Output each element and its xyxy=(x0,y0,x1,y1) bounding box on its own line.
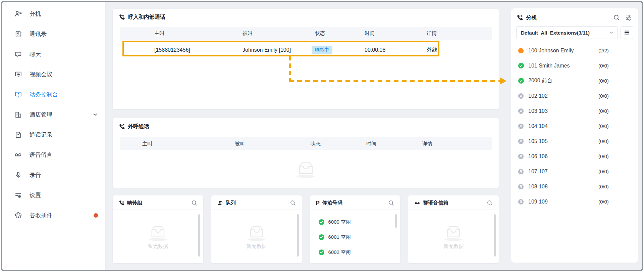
card-title: 外呼通话 xyxy=(128,123,149,130)
scrollbar-thumb[interactable] xyxy=(297,214,299,257)
group-voicemail-card: 群语音信箱 暂无数据 xyxy=(408,195,499,263)
parked-number-label: 6000 空闲 xyxy=(328,219,351,225)
sidebar-item-google-plugin[interactable]: 谷歌插件 xyxy=(2,205,105,225)
extension-row[interactable]: 105 105 (0/0) xyxy=(518,134,638,149)
extension-row[interactable]: 109 109 (0/0) xyxy=(518,194,638,209)
google-plugin-icon xyxy=(14,211,22,219)
col-detail: 详情 xyxy=(427,30,492,37)
extension-label: 102 102 xyxy=(528,93,548,99)
sidebar-item-label: 聊天 xyxy=(30,50,41,58)
empty-state xyxy=(113,161,499,178)
call-log-icon xyxy=(14,131,22,139)
ring-group-card: 响铃组 暂无数据 xyxy=(113,195,203,263)
parked-number-row[interactable]: 6002 空闲 xyxy=(319,245,400,260)
extension-row[interactable]: 101 Smith James (0/0) xyxy=(518,58,638,73)
sidebar-item-video-conference[interactable]: 视频会议 xyxy=(2,64,105,84)
scrollbar-thumb[interactable] xyxy=(198,214,200,257)
extension-label: 100 Johnson Emily xyxy=(528,48,574,54)
card-header: 呼入和内部通话 xyxy=(113,9,499,24)
ringing-status-badge: 响铃中 xyxy=(312,46,332,54)
extension-row[interactable]: 100 Johnson Emily (2/2) xyxy=(518,43,638,58)
sidebar-item-settings[interactable]: 设置 xyxy=(2,185,105,205)
sidebar-item-contacts[interactable]: 通讯录 xyxy=(2,24,105,44)
table-header-row: 主叫 被叫 状态 时间 详情 xyxy=(120,137,492,150)
sidebar-item-chat[interactable]: 聊天 xyxy=(2,44,105,64)
parking-icon: P xyxy=(316,200,320,206)
empty-inbox-icon xyxy=(246,225,267,241)
search-icon[interactable] xyxy=(487,200,493,206)
chevron-down-icon[interactable] xyxy=(93,112,97,117)
search-icon[interactable] xyxy=(388,200,394,206)
hotel-icon xyxy=(14,110,22,119)
routing-arrow-vertical xyxy=(289,56,291,81)
filter-sliders-icon[interactable] xyxy=(625,14,632,21)
col-time: 时间 xyxy=(365,30,427,37)
queue-icon xyxy=(217,200,223,206)
chevron-down-icon xyxy=(609,31,613,35)
search-icon[interactable] xyxy=(290,200,296,206)
extension-row[interactable]: 2000 前台 (0/0) xyxy=(518,73,638,88)
empty-inbox-icon xyxy=(148,225,168,241)
extension-label: 108 108 xyxy=(528,184,548,190)
extension-row[interactable]: 103 103 (0/0) xyxy=(518,103,638,119)
extension-row[interactable]: 106 106 (0/0) xyxy=(518,149,638,164)
sidebar-item-label: 视频会议 xyxy=(30,71,52,78)
status-idle-icon xyxy=(319,250,324,255)
sidebar-item-label: 酒店管理 xyxy=(30,111,52,119)
parked-number-row[interactable]: 6000 空闲 xyxy=(319,215,400,230)
call-detail: 外线 xyxy=(427,47,492,54)
extension-call-count: (0/0) xyxy=(598,153,609,159)
extension-label: 109 109 xyxy=(528,199,548,205)
status-idle-icon xyxy=(319,219,324,225)
extension-row[interactable]: 104 104 (0/0) xyxy=(518,119,638,134)
extension-call-count: (0/0) xyxy=(598,169,609,174)
extension-call-count: (0/0) xyxy=(598,108,609,114)
view-mode-menu-button[interactable] xyxy=(621,26,633,39)
sidebar-item-hotel-management[interactable]: 酒店管理 xyxy=(2,104,105,125)
status-offline-icon xyxy=(518,199,524,205)
scrollbar-thumb[interactable] xyxy=(494,214,496,257)
inbound-calls-table: 主叫 被叫 状态 时间 详情 [15880123456] Johnson Emi… xyxy=(120,27,492,57)
active-call-row[interactable]: [15880123456] Johnson Emily [100] 响铃中 00… xyxy=(120,43,492,57)
extension-row[interactable]: 108 108 (0/0) xyxy=(518,179,638,194)
search-icon[interactable] xyxy=(192,200,197,206)
ring-group-icon xyxy=(119,200,124,206)
empty-inbox-icon xyxy=(295,161,317,178)
extension-label: 103 103 xyxy=(528,108,548,114)
sidebar-item-voicemail[interactable]: 语音留言 xyxy=(2,145,105,165)
extension-phone-icon xyxy=(517,14,523,21)
extension-label: 106 106 xyxy=(528,153,548,160)
panel-title: 分机 xyxy=(526,14,537,21)
inbound-internal-calls-card: 呼入和内部通话 主叫 被叫 状态 时间 详情 [15880123456] Joh… xyxy=(113,9,499,109)
selected-group-label: Default_All_Extensions(3/11) xyxy=(521,30,590,36)
parked-numbers-card: P 停泊号码 6000 空闲 6001 空闲 6002 空闲 xyxy=(310,195,400,263)
recording-icon xyxy=(14,171,22,179)
sidebar-item-label: 录音 xyxy=(30,171,41,179)
sidebar-item-label: 话务控制台 xyxy=(30,91,58,98)
call-callee: Johnson Emily [100] xyxy=(243,47,315,53)
voicemail-icon xyxy=(14,151,22,159)
routing-arrow-head xyxy=(500,77,506,85)
outbound-calls-card: 外呼通话 主叫 被叫 状态 时间 详情 xyxy=(113,118,499,188)
extension-row[interactable]: 107 107 (0/0) xyxy=(518,164,638,179)
parked-number-row[interactable]: 6001 空闲 xyxy=(319,230,400,245)
col-caller: 主叫 xyxy=(142,141,235,147)
empty-text: 暂无数据 xyxy=(443,243,464,250)
sidebar-item-label: 分机 xyxy=(30,10,41,18)
extension-call-count: (2/2) xyxy=(598,48,609,53)
scrollbar-thumb[interactable] xyxy=(395,214,397,228)
sidebar-item-operator-console[interactable]: 话务控制台 xyxy=(2,84,105,104)
search-icon[interactable] xyxy=(613,14,620,21)
empty-text: 暂无数据 xyxy=(148,243,168,250)
sidebar-item-call-logs[interactable]: 通话记录 xyxy=(2,125,105,145)
col-status: 状态 xyxy=(311,141,366,147)
extension-row[interactable]: 102 102 (0/0) xyxy=(518,88,638,103)
contacts-icon xyxy=(14,30,22,38)
extension-group-select[interactable]: Default_All_Extensions(3/11) xyxy=(516,26,618,39)
incoming-call-icon xyxy=(119,14,125,20)
screenshot-root: 分机 通讯录 聊天 视频会议 话务控制台 酒店管理 通话记录 xyxy=(0,0,644,272)
sidebar-item-extensions[interactable]: 分机 xyxy=(2,4,105,24)
sidebar-item-recording[interactable]: 录音 xyxy=(2,165,105,185)
table-header-row: 主叫 被叫 状态 时间 详情 xyxy=(120,27,492,40)
call-status-cell: 响铃中 xyxy=(315,46,365,54)
